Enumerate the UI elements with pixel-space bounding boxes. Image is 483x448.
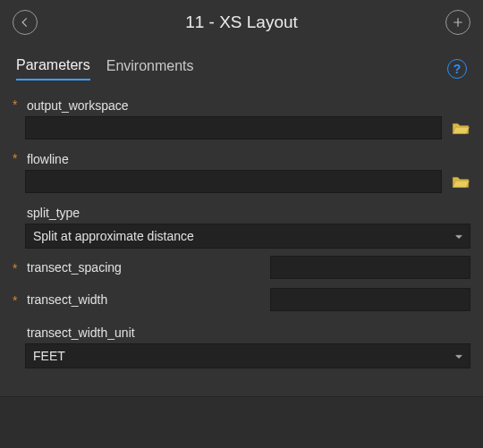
field-transect-spacing: * transect_spacing — [13, 256, 470, 279]
field-split-type-label-row: split_type — [13, 200, 470, 222]
back-button[interactable] — [13, 10, 38, 35]
select-split-type[interactable]: Split at approximate distance — [25, 224, 470, 249]
required-marker: * — [13, 292, 25, 307]
select-transect-width-unit[interactable]: FEET — [25, 343, 470, 368]
select-split-type-value: Split at approximate distance — [33, 229, 194, 243]
label-flowline: flowline — [25, 147, 470, 168]
field-flowline-input-row — [13, 170, 470, 193]
tab-parameters[interactable]: Parameters — [16, 57, 90, 80]
required-marker: * — [13, 260, 25, 275]
field-flowline-label-row: * flowline — [13, 147, 470, 168]
browse-output-workspace[interactable] — [451, 118, 470, 138]
input-transect-spacing[interactable] — [270, 256, 470, 279]
help-icon: ? — [453, 62, 462, 76]
label-transect-width: transect_width — [25, 292, 270, 307]
tab-environments[interactable]: Environments — [106, 58, 194, 80]
field-transect-width: * transect_width — [13, 288, 470, 311]
spacer — [13, 330, 25, 332]
browse-flowline[interactable] — [451, 172, 470, 191]
footer-panel — [0, 396, 483, 448]
input-output-workspace[interactable] — [25, 116, 442, 139]
field-output-workspace-label-row: * output_workspace — [13, 93, 470, 114]
required-marker: * — [13, 150, 25, 165]
input-transect-width[interactable] — [270, 288, 470, 311]
help-button[interactable]: ? — [447, 59, 467, 79]
add-button[interactable] — [445, 10, 470, 35]
folder-icon — [452, 174, 470, 189]
label-split-type: split_type — [25, 200, 470, 222]
chevron-down-icon — [455, 349, 462, 363]
spacer — [13, 210, 25, 212]
parameters-form: * output_workspace * flowline split_type — [0, 84, 483, 385]
field-transect-width-unit-input-row: FEET — [13, 343, 470, 368]
folder-icon — [452, 121, 470, 135]
field-transect-width-unit-label-row: transect_width_unit — [13, 320, 470, 342]
arrow-left-icon — [19, 16, 31, 29]
label-transect-spacing: transect_spacing — [25, 260, 270, 275]
select-transect-width-unit-value: FEET — [33, 349, 65, 363]
header: 11 - XS Layout — [0, 0, 483, 45]
tabs: Parameters Environments ? — [0, 45, 483, 84]
input-flowline[interactable] — [25, 170, 442, 193]
label-transect-width-unit: transect_width_unit — [25, 320, 470, 342]
label-output-workspace: output_workspace — [25, 93, 470, 114]
page-title: 11 - XS Layout — [38, 13, 445, 32]
chevron-down-icon — [455, 229, 462, 243]
field-split-type-input-row: Split at approximate distance — [13, 224, 470, 249]
field-output-workspace-input-row — [13, 116, 470, 139]
required-marker: * — [13, 97, 25, 111]
plus-icon — [452, 16, 464, 29]
